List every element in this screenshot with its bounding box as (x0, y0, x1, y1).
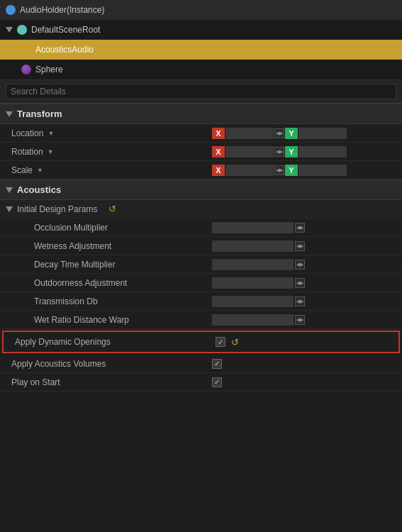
wet-ratio-input[interactable]: 0.0 (212, 314, 294, 326)
hierarchy-panel: AudioHolder(Instance) DefaultSceneRoot A… (0, 0, 402, 80)
acoustics-audio-label: AcousticsAudio (35, 45, 94, 55)
apply-acoustics-volumes-checkbox-wrap (212, 359, 222, 369)
play-on-start-label: Play on Start (0, 375, 209, 389)
idp-collapse-icon (6, 206, 13, 212)
apply-acoustics-volumes-value (209, 358, 402, 370)
scale-x-drag[interactable] (274, 165, 284, 175)
scale-row: Scale ▼ X 1.0 Y 1.0 (0, 161, 402, 179)
transform-title: Transform (17, 109, 62, 119)
scene-root-icon (17, 25, 27, 35)
apply-dynamic-openings-row: Apply Dynamic Openings ↺ (4, 332, 398, 352)
main-panel: AudioHolder(Instance) DefaultSceneRoot A… (0, 0, 402, 532)
apply-acoustics-volumes-row: Apply Acoustics Volumes (0, 355, 402, 373)
apply-dynamic-openings-label: Apply Dynamic Openings (4, 335, 213, 349)
rotation-y-input[interactable]: 0.0 ° (298, 146, 347, 157)
rotation-x-label: X (212, 146, 225, 157)
occlusion-drag[interactable] (295, 223, 305, 233)
apply-dynamic-openings-value: ↺ (213, 336, 398, 349)
rotation-value: X 0.0 ° Y 0.0 ° (209, 145, 402, 159)
outdoorness-label: Outdoorness Adjustment (0, 276, 209, 290)
apply-dynamic-openings-checkbox[interactable] (216, 337, 225, 347)
wetness-adjustment-value: 0.0 (209, 239, 402, 253)
outdoorness-input[interactable]: 0.0 (212, 277, 294, 289)
apply-dynamic-openings-reset[interactable]: ↺ (231, 337, 239, 348)
details-panel: Transform Location ▼ X 0.0 Y 0.0 Rotatio (0, 104, 402, 532)
location-label: Location ▼ (0, 126, 209, 140)
scale-y-input[interactable]: 1.0 (298, 165, 347, 176)
play-on-start-checkbox-wrap (212, 377, 222, 387)
search-input[interactable] (6, 84, 396, 99)
initial-design-params-header[interactable]: Initial Design Params ↺ (0, 200, 402, 218)
scene-root-label: DefaultSceneRoot (31, 25, 100, 35)
transform-section-header[interactable]: Transform (0, 104, 402, 124)
rotation-dropdown-icon[interactable]: ▼ (48, 148, 54, 155)
scale-label: Scale ▼ (0, 163, 209, 177)
outdoorness-value: 0.0 (209, 276, 402, 290)
outdoorness-drag[interactable] (295, 278, 305, 288)
location-y-input[interactable]: 0.0 (298, 128, 347, 139)
transmission-db-label: Transmission Db (0, 294, 209, 309)
hierarchy-item-sphere[interactable]: Sphere (0, 60, 402, 79)
location-x-input[interactable]: 0.0 (225, 128, 274, 139)
transmission-db-row: Transmission Db -60.0 (0, 292, 402, 311)
play-on-start-checkbox[interactable] (212, 377, 222, 387)
decay-time-value: 1.0 (209, 257, 402, 272)
location-xyz: X 0.0 Y 0.0 (212, 128, 399, 139)
wet-ratio-row: Wet Ratio Distance Warp 0.0 (0, 311, 402, 329)
hierarchy-item-default-scene-root[interactable]: DefaultSceneRoot (0, 20, 402, 40)
acoustics-audio-icon (21, 45, 31, 55)
occlusion-multiplier-value: 1.0 (209, 221, 402, 235)
rotation-y-label: Y (285, 146, 298, 157)
decay-time-input[interactable]: 1.0 (212, 259, 294, 270)
wetness-adjustment-input[interactable]: 0.0 (212, 240, 294, 252)
idp-label: Initial Design Params (17, 204, 97, 214)
occlusion-multiplier-row: Occlusion Multiplier 1.0 (0, 218, 402, 237)
rotation-x-drag[interactable] (274, 147, 284, 157)
wetness-drag[interactable] (295, 241, 305, 251)
apply-acoustics-volumes-checkbox[interactable] (212, 359, 222, 369)
occlusion-multiplier-input[interactable]: 1.0 (212, 222, 294, 233)
audio-holder-icon (6, 5, 16, 15)
hierarchy-item-audio-holder[interactable]: AudioHolder(Instance) (0, 0, 402, 20)
apply-dynamic-openings-checkbox-wrap (216, 337, 225, 347)
hierarchy-item-acoustics-audio[interactable]: AcousticsAudio (0, 40, 402, 60)
scale-dropdown-icon[interactable]: ▼ (37, 167, 43, 174)
rotation-x-input[interactable]: 0.0 ° (225, 146, 274, 157)
outdoorness-row: Outdoorness Adjustment 0.0 (0, 274, 402, 292)
occlusion-multiplier-label: Occlusion Multiplier (0, 221, 209, 235)
transmission-db-value: -60.0 (209, 294, 402, 309)
play-on-start-value (209, 376, 402, 389)
scale-y-label: Y (285, 165, 298, 176)
location-x-drag[interactable] (274, 128, 284, 138)
transmission-field: -60.0 (212, 296, 399, 307)
sphere-icon (21, 65, 31, 74)
decay-field: 1.0 (212, 259, 399, 270)
audio-holder-label: AudioHolder(Instance) (20, 5, 104, 15)
search-bar (0, 80, 402, 104)
wet-ratio-drag[interactable] (295, 315, 305, 325)
scale-text: Scale (11, 165, 33, 175)
acoustics-collapse-icon (6, 187, 13, 193)
scale-x-label: X (212, 165, 225, 176)
wet-ratio-label: Wet Ratio Distance Warp (0, 313, 209, 327)
scale-value: X 1.0 Y 1.0 (209, 163, 402, 177)
transform-collapse-icon (6, 111, 13, 117)
expand-icon (6, 27, 13, 33)
rotation-row: Rotation ▼ X 0.0 ° Y 0.0 ° (0, 143, 402, 161)
location-value: X 0.0 Y 0.0 (209, 126, 402, 140)
location-dropdown-icon[interactable]: ▼ (48, 130, 54, 137)
location-row: Location ▼ X 0.0 Y 0.0 (0, 124, 402, 143)
location-y-label: Y (285, 128, 298, 139)
decay-drag[interactable] (295, 260, 305, 270)
wet-ratio-value: 0.0 (209, 313, 402, 327)
decay-time-row: Decay Time Multiplier 1.0 (0, 255, 402, 274)
acoustics-section-header[interactable]: Acoustics (0, 179, 402, 200)
apply-dynamic-openings-highlight: Apply Dynamic Openings ↺ (2, 331, 400, 353)
apply-acoustics-volumes-label: Apply Acoustics Volumes (0, 357, 209, 371)
rotation-label: Rotation ▼ (0, 145, 209, 159)
scale-x-input[interactable]: 1.0 (225, 165, 274, 176)
transmission-db-input[interactable]: -60.0 (212, 296, 294, 307)
idp-reset-icon[interactable]: ↺ (108, 204, 116, 214)
wetness-adjustment-label: Wetness Adjustment (0, 239, 209, 253)
transmission-drag[interactable] (295, 297, 305, 306)
